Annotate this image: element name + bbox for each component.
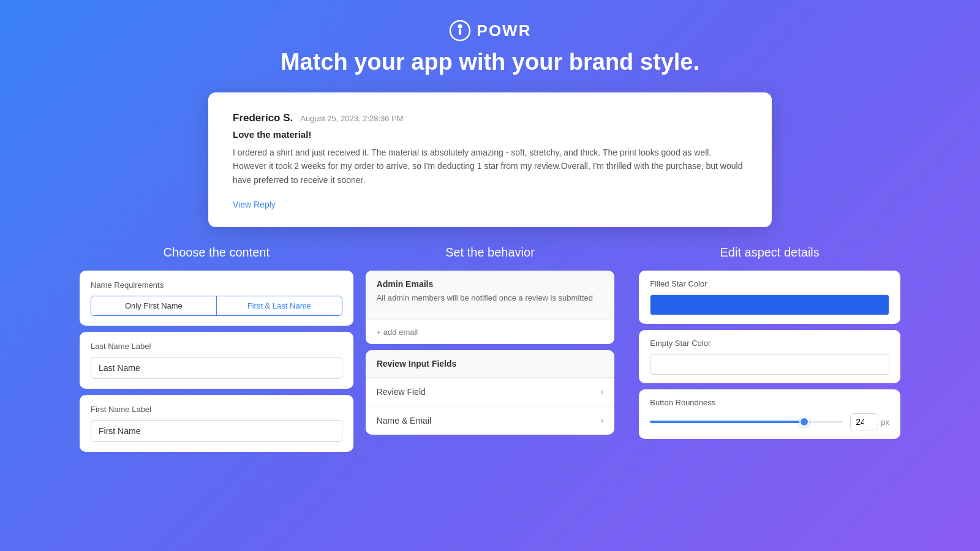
empty-star-color-swatch[interactable] [650, 354, 889, 375]
first-name-label-card: First Name Label [80, 395, 353, 452]
roundness-slider-track [650, 421, 843, 423]
name-requirements-card: Name Requirements Only First Name First … [80, 271, 353, 326]
review-field-item-2[interactable]: Name & Email › [366, 407, 615, 435]
filled-star-color-card: Filled Star Color [639, 271, 900, 324]
button-roundness-label: Button Roundness [650, 398, 889, 407]
review-fields-title: Review Input Fields [366, 350, 615, 378]
review-card: Frederico S. August 25, 2023, 2:28:36 PM… [208, 92, 772, 227]
button-roundness-card: Button Roundness px [639, 389, 900, 439]
name-requirements-toggle: Only First Name First & Last Name [91, 296, 342, 316]
roundness-row: px [650, 413, 889, 430]
name-requirements-label: Name Requirements [91, 280, 342, 290]
roundness-value-group: px [850, 413, 889, 430]
powr-logo-icon [449, 20, 471, 42]
aspect-section-title: Edit aspect details [639, 246, 900, 260]
first-last-name-btn[interactable]: First & Last Name [216, 296, 342, 315]
review-title: Love the material! [233, 129, 747, 140]
tagline: Match your app with your brand style. [281, 49, 699, 75]
roundness-slider-fill [650, 421, 804, 423]
roundness-input[interactable] [850, 413, 878, 430]
content-section-title: Choose the content [80, 246, 353, 260]
last-name-label: Last Name Label [91, 342, 342, 351]
last-name-input[interactable] [91, 357, 342, 379]
header: POWR Match your app with your brand styl… [0, 0, 980, 92]
svg-point-1 [458, 24, 462, 29]
aspect-section: Edit aspect details Filled Star Color Em… [627, 246, 900, 439]
filled-star-color-label: Filled Star Color [650, 279, 889, 288]
review-body: I ordered a shirt and just received it. … [233, 146, 747, 187]
bottom-sections: Choose the content Name Requirements Onl… [0, 246, 980, 452]
content-section-content: Name Requirements Only First Name First … [80, 271, 353, 452]
review-fields-card: Review Input Fields Review Field › Name … [366, 350, 615, 435]
add-email-input[interactable] [366, 320, 615, 344]
reviewer-name: Frederico S. [233, 112, 293, 124]
chevron-right-icon-2: › [600, 415, 603, 426]
admin-emails-desc: All admin members will be notified once … [377, 293, 604, 304]
admin-emails-title: Admin Emails [377, 279, 604, 289]
only-first-name-btn[interactable]: Only First Name [91, 296, 216, 315]
admin-emails-header: Admin Emails All admin members will be n… [366, 271, 615, 320]
logo-text: POWR [477, 21, 532, 40]
review-field-name-1: Review Field [377, 387, 426, 397]
behavior-section: Set the behavior Admin Emails All admin … [353, 246, 627, 435]
view-reply-link[interactable]: View Reply [233, 200, 276, 209]
svg-rect-2 [459, 29, 461, 35]
last-name-label-card: Last Name Label [80, 332, 353, 389]
admin-emails-card: Admin Emails All admin members will be n… [366, 271, 615, 344]
empty-star-color-card: Empty Star Color [639, 330, 900, 383]
review-date: August 25, 2023, 2:28:36 PM [300, 114, 403, 123]
first-name-input[interactable] [91, 420, 342, 442]
behavior-section-content: Admin Emails All admin members will be n… [366, 271, 615, 435]
logo: POWR [449, 20, 532, 42]
aspect-section-content: Filled Star Color Empty Star Color Butto… [639, 271, 900, 439]
review-field-item-1[interactable]: Review Field › [366, 378, 615, 407]
chevron-right-icon-1: › [600, 386, 603, 397]
empty-star-color-label: Empty Star Color [650, 339, 889, 348]
review-field-name-2: Name & Email [377, 416, 431, 425]
preview-container: Frederico S. August 25, 2023, 2:28:36 PM… [0, 92, 980, 227]
filled-star-color-swatch[interactable] [650, 294, 889, 315]
content-section: Choose the content Name Requirements Onl… [80, 246, 353, 452]
roundness-slider-thumb[interactable] [799, 417, 809, 427]
behavior-section-title: Set the behavior [366, 246, 615, 260]
review-header: Frederico S. August 25, 2023, 2:28:36 PM [233, 112, 747, 124]
first-name-label: First Name Label [91, 405, 342, 414]
roundness-unit: px [881, 418, 889, 427]
